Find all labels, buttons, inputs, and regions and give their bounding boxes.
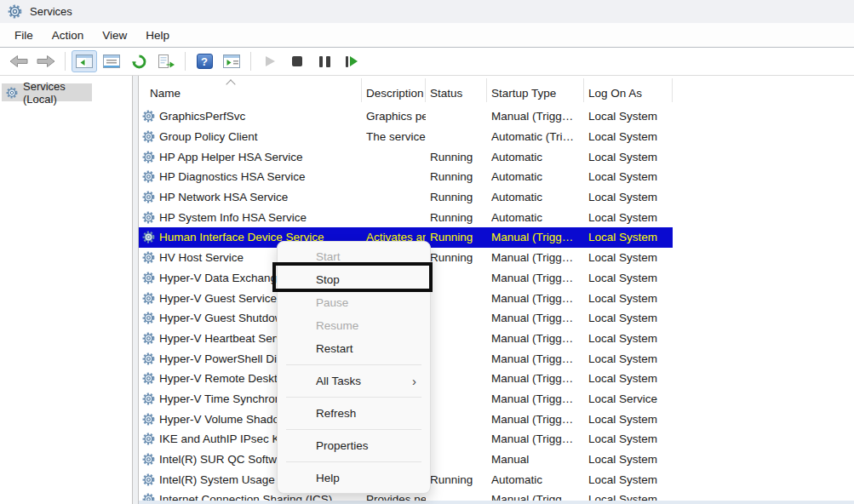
service-gear-icon bbox=[142, 251, 155, 264]
service-status: Running bbox=[426, 211, 487, 224]
horizontal-scrollbar[interactable] bbox=[139, 501, 854, 504]
table-header: NameDescriptionStatusStartup TypeLog On … bbox=[139, 76, 854, 106]
forward-button[interactable] bbox=[33, 50, 59, 72]
show-action-pane-button[interactable] bbox=[219, 50, 244, 72]
service-startup-type: Automatic bbox=[487, 191, 584, 203]
column-header-name[interactable]: Name bbox=[139, 76, 362, 106]
service-log-on-as: Local System bbox=[584, 231, 673, 243]
table-row[interactable]: HP Network HSA ServiceRunningAutomaticLo… bbox=[139, 187, 673, 208]
context-menu-stop[interactable]: Stop bbox=[278, 268, 430, 291]
service-log-on-as: Local System bbox=[584, 372, 673, 385]
refresh-button[interactable] bbox=[126, 50, 152, 72]
service-startup-type: Automatic (Tri… bbox=[487, 130, 584, 143]
service-gear-icon bbox=[142, 473, 155, 486]
context-menu-help[interactable]: Help bbox=[278, 467, 430, 490]
menu-bar: FileActionViewHelp bbox=[0, 23, 854, 48]
table-body: GraphicsPerfSvcGraphics per…Manual (Trig… bbox=[139, 106, 854, 504]
column-header-startup-type[interactable]: Startup Type bbox=[487, 76, 584, 106]
table-row[interactable]: HP System Info HSA ServiceRunningAutomat… bbox=[139, 207, 673, 227]
help-icon: ? bbox=[197, 54, 213, 69]
forward-arrow-icon bbox=[37, 55, 55, 67]
service-log-on-as: Local System bbox=[584, 432, 673, 445]
menu-view[interactable]: View bbox=[93, 23, 136, 47]
service-log-on-as: Local System bbox=[584, 211, 673, 224]
service-name: HP Network HSA Service bbox=[159, 191, 288, 203]
service-name: HP Diagnostics HSA Service bbox=[159, 170, 306, 183]
service-log-on-as: Local System bbox=[584, 151, 673, 163]
context-menu-restart[interactable]: Restart bbox=[278, 337, 430, 360]
service-startup-type: Manual (Trigg… bbox=[487, 231, 584, 243]
export-list-icon bbox=[158, 54, 175, 68]
restart-icon bbox=[346, 56, 358, 67]
table-row[interactable]: HP App Helper HSA ServiceRunningAutomati… bbox=[139, 146, 673, 167]
services-gear-icon bbox=[6, 87, 18, 99]
service-gear-icon bbox=[142, 231, 155, 243]
stop-service-button[interactable] bbox=[284, 50, 310, 72]
service-description: Graphics per… bbox=[362, 110, 426, 123]
service-startup-type: Manual (Trigg… bbox=[487, 413, 584, 426]
menu-file[interactable]: File bbox=[5, 23, 43, 47]
menu-action[interactable]: Action bbox=[43, 23, 94, 47]
table-row[interactable]: GraphicsPerfSvcGraphics per…Manual (Trig… bbox=[139, 106, 673, 127]
service-log-on-as: Local System bbox=[584, 332, 673, 345]
window-title: Services bbox=[30, 5, 72, 18]
back-arrow-icon bbox=[9, 55, 28, 67]
properties-window-icon bbox=[103, 54, 120, 68]
help-button[interactable]: ? bbox=[192, 50, 217, 72]
service-log-on-as: Local System bbox=[584, 110, 673, 123]
service-gear-icon bbox=[142, 312, 155, 324]
service-gear-icon bbox=[142, 352, 155, 365]
back-button[interactable] bbox=[6, 50, 32, 72]
restart-service-button[interactable] bbox=[339, 50, 364, 72]
service-gear-icon bbox=[142, 110, 155, 123]
refresh-icon bbox=[132, 54, 146, 69]
service-startup-type: Manual (Trigg… bbox=[487, 292, 584, 305]
tree-item-label: Services (Local) bbox=[23, 80, 92, 106]
service-gear-icon bbox=[142, 191, 155, 203]
column-header-description[interactable]: Description bbox=[362, 76, 426, 106]
column-header-label: Startup Type bbox=[491, 87, 556, 100]
service-gear-icon bbox=[142, 170, 155, 183]
service-name: GraphicsPerfSvc bbox=[159, 110, 245, 123]
service-status: Running bbox=[426, 170, 487, 183]
column-header-status[interactable]: Status bbox=[426, 76, 487, 106]
service-startup-type: Manual (Trigg… bbox=[487, 372, 584, 385]
table-row[interactable]: HP Diagnostics HSA ServiceRunningAutomat… bbox=[139, 167, 673, 187]
service-gear-icon bbox=[142, 332, 155, 345]
service-gear-icon bbox=[142, 151, 155, 163]
context-menu-separator bbox=[286, 461, 421, 462]
service-gear-icon bbox=[142, 130, 155, 143]
service-startup-type: Manual (Trigg… bbox=[487, 432, 584, 445]
menu-help[interactable]: Help bbox=[136, 23, 179, 47]
context-menu-properties[interactable]: Properties bbox=[278, 434, 430, 457]
properties-button[interactable] bbox=[99, 50, 124, 72]
play-icon bbox=[266, 56, 275, 66]
pause-service-button[interactable] bbox=[312, 50, 337, 72]
column-header-log-on-as[interactable]: Log On As bbox=[584, 76, 673, 106]
toolbar-separator bbox=[250, 52, 251, 71]
toolbar: ? bbox=[0, 48, 854, 76]
service-startup-type: Manual (Trigg… bbox=[487, 110, 584, 123]
service-log-on-as: Local System bbox=[584, 191, 673, 203]
context-menu: StartStopPauseResumeRestartAll Tasks›Ref… bbox=[277, 241, 431, 494]
service-startup-type: Automatic bbox=[487, 170, 584, 183]
service-log-on-as: Local System bbox=[584, 473, 673, 486]
tree-item-services-local[interactable]: Services (Local) bbox=[2, 83, 92, 101]
service-startup-type: Manual (Trigg… bbox=[487, 272, 584, 284]
service-gear-icon bbox=[142, 272, 155, 284]
service-status: Running bbox=[426, 473, 487, 486]
stop-icon bbox=[292, 56, 302, 66]
export-list-button[interactable] bbox=[153, 50, 179, 72]
service-status: Running bbox=[426, 151, 487, 163]
table-row[interactable]: Group Policy ClientThe service i…Automat… bbox=[139, 127, 673, 147]
context-menu-refresh[interactable]: Refresh bbox=[278, 402, 430, 425]
service-status: Running bbox=[426, 251, 487, 264]
service-log-on-as: Local System bbox=[584, 352, 673, 365]
context-menu-all-tasks[interactable]: All Tasks› bbox=[278, 369, 430, 392]
pause-icon bbox=[319, 56, 330, 67]
service-log-on-as: Local System bbox=[584, 413, 673, 426]
service-name: Group Policy Client bbox=[159, 130, 258, 143]
show-console-tree-button[interactable] bbox=[72, 50, 97, 72]
service-log-on-as: Local System bbox=[584, 292, 673, 305]
title-bar: Services bbox=[0, 0, 854, 23]
